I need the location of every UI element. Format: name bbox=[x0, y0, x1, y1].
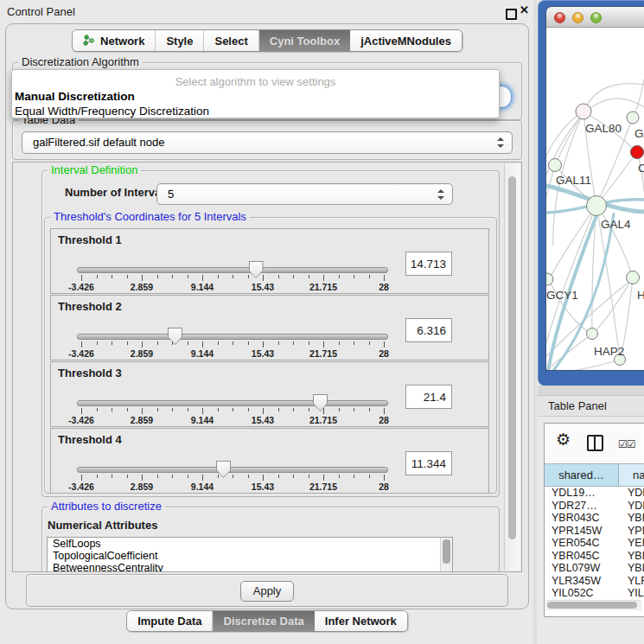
slider-track[interactable] bbox=[77, 467, 388, 473]
vertical-scrollbar-thumb[interactable] bbox=[508, 176, 516, 539]
table-cell[interactable]: YLR345W bbox=[545, 575, 619, 588]
threshold-2-value-field[interactable]: 6.316 bbox=[405, 318, 452, 342]
table-cell[interactable]: YER0 bbox=[619, 537, 644, 550]
apply-button[interactable]: Apply bbox=[240, 581, 294, 602]
threshold-1-value-field[interactable]: 14.713 bbox=[405, 252, 452, 276]
network-node-GAL11[interactable] bbox=[549, 159, 562, 172]
tab-select[interactable]: Select bbox=[204, 30, 258, 51]
slider-tick-label: 9.144 bbox=[176, 415, 228, 425]
tab-cyni-toolbox[interactable]: Cyni Toolbox bbox=[259, 30, 350, 51]
table-row[interactable]: YPR145WYPR1 bbox=[545, 525, 644, 538]
horizontal-scrollbar-thumb[interactable] bbox=[547, 602, 637, 609]
network-canvas[interactable]: GAL80GACGAL11GAL4HGCY1HAP2 bbox=[546, 28, 644, 370]
slider-tick bbox=[112, 275, 112, 278]
table-cell[interactable]: YER054C bbox=[545, 537, 619, 550]
gear-icon[interactable]: ⚙ bbox=[556, 430, 571, 450]
network-node-GCY1[interactable] bbox=[546, 273, 553, 285]
slider-thumb[interactable] bbox=[216, 461, 231, 478]
slider-tick bbox=[293, 275, 294, 278]
slider-tick bbox=[127, 408, 128, 411]
algorithm-option-equal-width[interactable]: Equal Width/Frequency Discretization bbox=[12, 104, 499, 118]
network-node-highlighted-node[interactable] bbox=[631, 146, 644, 159]
table-cell[interactable]: YBL079W bbox=[545, 562, 619, 575]
table-row[interactable]: YBL079WYBL0 bbox=[545, 562, 644, 575]
threshold-1-slider[interactable]: -3.4262.8599.14415.4321.71528 bbox=[73, 260, 392, 291]
list-item[interactable]: SelfLoops bbox=[48, 538, 452, 550]
list-item[interactable]: TopologicalCoefficient bbox=[48, 550, 452, 562]
table-row[interactable]: YIL052CYIL0 bbox=[545, 587, 644, 600]
tab-jactivemnodules[interactable]: jActiveMNodules bbox=[350, 30, 462, 51]
table-cell[interactable]: YBR043C bbox=[545, 512, 619, 525]
panel-splitter[interactable] bbox=[533, 0, 537, 644]
slider-tick bbox=[142, 341, 143, 348]
threshold-4-value-field[interactable]: 11.344 bbox=[405, 451, 452, 475]
threshold-4-slider[interactable]: -3.4262.8599.14415.4321.71528 bbox=[73, 460, 392, 491]
slider-tick bbox=[202, 275, 203, 281]
algorithm-option-manual[interactable]: Manual Discretization bbox=[12, 89, 499, 104]
minimize-traffic-light-icon[interactable] bbox=[572, 12, 583, 23]
columns-icon[interactable] bbox=[587, 435, 603, 451]
table-cell[interactable]: YBR0 bbox=[619, 550, 644, 563]
slider-thumb[interactable] bbox=[249, 261, 264, 278]
slider-tick bbox=[369, 408, 370, 411]
float-window-icon[interactable] bbox=[506, 9, 517, 20]
tab-style[interactable]: Style bbox=[156, 30, 204, 51]
table-row[interactable]: YER054CYER0 bbox=[545, 537, 644, 550]
slider-track[interactable] bbox=[77, 400, 388, 406]
table-data-combobox[interactable]: galFiltered.sif default node bbox=[22, 131, 513, 154]
list-scrollbar[interactable] bbox=[440, 538, 452, 572]
slider-thumb[interactable] bbox=[168, 328, 182, 345]
network-node-H[interactable] bbox=[627, 271, 640, 284]
threshold-2-label: Threshold 2 bbox=[58, 300, 122, 313]
table-cell[interactable]: YIL0 bbox=[619, 587, 644, 600]
close-icon[interactable]: ✕ bbox=[520, 3, 529, 16]
table-row[interactable]: YDR27…YDR2 bbox=[545, 500, 644, 513]
slider-tick-label: 9.144 bbox=[176, 348, 228, 359]
threshold-2-slider[interactable]: -3.4262.8599.14415.4321.71528 bbox=[73, 327, 392, 358]
tab-infer-network[interactable]: Infer Network bbox=[315, 611, 407, 631]
cyni-mode-tabbar: Impute Data Discretize Data Infer Networ… bbox=[126, 610, 408, 632]
table-row[interactable]: YBR043CYBR0 bbox=[545, 512, 644, 525]
network-window-titlebar[interactable] bbox=[546, 7, 644, 28]
list-item[interactable]: BetweennessCentrality bbox=[48, 562, 452, 572]
slider-tick bbox=[218, 475, 219, 478]
table-cell[interactable]: YBR045C bbox=[545, 550, 619, 563]
network-node-node[interactable] bbox=[627, 112, 639, 124]
slider-track[interactable] bbox=[77, 267, 388, 273]
vertical-scrollbar[interactable] bbox=[504, 163, 520, 571]
threshold-3-slider[interactable]: -3.4262.8599.14415.4321.71528 bbox=[73, 393, 392, 424]
table-cell[interactable]: YDR2 bbox=[619, 500, 644, 513]
discretization-algorithm-group-title: Discretization Algorithm bbox=[18, 56, 143, 68]
table-cell[interactable]: YBL0 bbox=[619, 562, 644, 575]
close-traffic-light-icon[interactable] bbox=[554, 12, 565, 23]
horizontal-scrollbar[interactable] bbox=[546, 600, 641, 610]
table-cell[interactable]: YIL052C bbox=[545, 587, 619, 600]
table-row[interactable]: YLR345WYLR3 bbox=[545, 575, 644, 588]
list-scrollbar-thumb[interactable] bbox=[443, 539, 450, 564]
column-header-shared-name[interactable]: shared… bbox=[545, 464, 619, 486]
network-node-GAL4[interactable] bbox=[587, 196, 607, 216]
slider-track[interactable] bbox=[77, 334, 388, 340]
number-of-intervals-combobox[interactable]: 5 bbox=[156, 183, 453, 205]
table-cell[interactable]: YLR3 bbox=[619, 575, 644, 588]
table-row[interactable]: YBR045CYBR0 bbox=[545, 550, 644, 563]
tab-network[interactable]: Network bbox=[73, 30, 156, 51]
network-node-GAL80[interactable] bbox=[576, 104, 591, 119]
slider-tick bbox=[309, 275, 309, 278]
select-columns-icon[interactable]: ☑☑ bbox=[618, 438, 635, 450]
slider-thumb[interactable] bbox=[313, 394, 328, 411]
table-cell[interactable]: YDL1 bbox=[619, 487, 644, 500]
tab-discretize-data[interactable]: Discretize Data bbox=[214, 611, 315, 631]
tab-impute-data[interactable]: Impute Data bbox=[127, 611, 213, 631]
column-header-name[interactable]: na bbox=[619, 464, 644, 486]
slider-tick bbox=[309, 475, 309, 478]
zoom-traffic-light-icon[interactable] bbox=[590, 12, 602, 23]
table-cell[interactable]: YDR27… bbox=[545, 500, 619, 513]
table-cell[interactable]: YDL19… bbox=[545, 487, 619, 500]
network-node-HAP2[interactable] bbox=[587, 328, 598, 340]
table-cell[interactable]: YBR0 bbox=[619, 512, 644, 525]
table-row[interactable]: YDL19…YDL1 bbox=[545, 487, 644, 500]
threshold-3-value-field[interactable]: 21.4 bbox=[405, 385, 452, 409]
table-cell[interactable]: YPR1 bbox=[619, 525, 644, 538]
table-cell[interactable]: YPR145W bbox=[545, 525, 619, 538]
